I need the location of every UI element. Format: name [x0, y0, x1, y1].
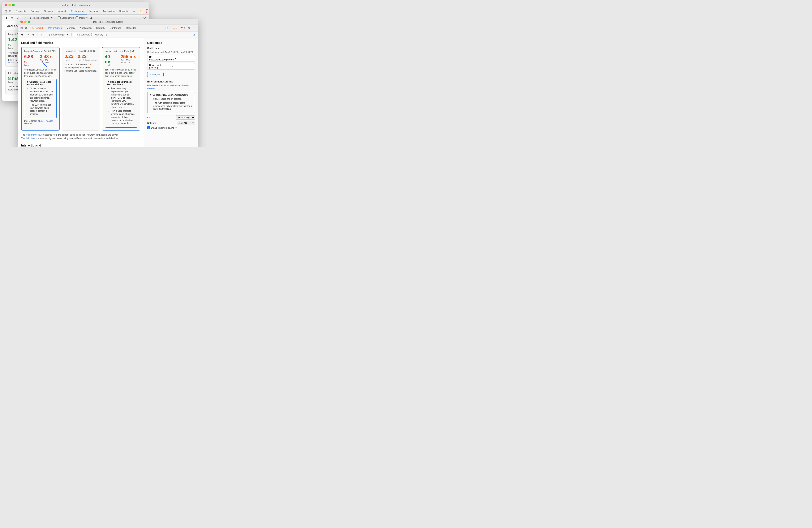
minimize-button[interactable] — [9, 4, 11, 6]
front-lcp-tips-title: ▼ Consider your local test conditions — [26, 81, 54, 86]
front-env-tips-list: 83% of users are on desktop. The 75th pe… — [149, 97, 192, 111]
front-tab-network[interactable]: ⚠Network — [30, 25, 45, 31]
front-cpu-label: CPU: — [147, 116, 153, 119]
error-badge: 🚩 2 — [145, 9, 149, 14]
front-inp-desc: Your local INP value of 40 ms is good, b… — [105, 68, 137, 77]
front-device-dropdown-icon: ▾ — [172, 65, 193, 68]
front-env-settings: Environment settings Use the device tool… — [147, 80, 195, 129]
front-cls-field-label: Field 75th percentile — [77, 59, 97, 61]
front-inp-tip-1: Real users may experience longer interac… — [111, 87, 135, 109]
front-inp-tips-title: ▼ Consider your local test conditions — [107, 81, 135, 86]
front-interactions-icon: ⊘ — [39, 144, 42, 147]
front-lcp-tip-1: Screen size can influence what the LCP e… — [30, 87, 54, 102]
front-inp-title: Interaction to Next Paint (INP) — [105, 50, 137, 53]
front-clear-button[interactable]: ⊘ — [31, 32, 35, 37]
front-device-icon[interactable]: ⧉ — [24, 26, 28, 30]
front-cache-input[interactable] — [147, 126, 150, 129]
front-footer-text: The local metrics are captured from the … — [21, 133, 140, 140]
front-cpu-select[interactable]: No throttling 4x slowdown 6x slowdown — [176, 115, 195, 119]
front-main-left: Local and field metrics Largest Contentf… — [18, 38, 144, 147]
front-inspect-icon[interactable]: ⊡ — [19, 26, 24, 30]
tab-elements[interactable]: Elements — [14, 8, 28, 14]
front-inp-tip-2: How a user interacts with the page influ… — [111, 109, 135, 125]
front-device-value: Device: Auto (Desktop) — [149, 64, 171, 69]
front-cache-help-icon[interactable]: ? — [175, 127, 177, 129]
front-tab-security[interactable]: Security — [94, 25, 107, 31]
front-title-bar: DevTools - fonts.google.com/ — [18, 19, 198, 25]
front-no-recordings-label: (no recordings) — [49, 33, 64, 36]
front-url-select[interactable]: URL: https://fonts.google.com/ ▾ — [147, 55, 195, 62]
front-lcp-local-label: Local — [24, 64, 36, 67]
front-collection-period: Collection period: Aug 27, 2024 - Sep 23… — [147, 51, 195, 53]
front-cls-field-value: 0.22 — [77, 54, 97, 59]
inspect-icon[interactable]: ⊡ — [4, 9, 8, 13]
traffic-lights — [5, 4, 15, 6]
front-cls-values: 0.23 Local 0.22 Field 75th percentile — [64, 54, 97, 61]
device-icon[interactable]: ⧉ — [9, 9, 12, 13]
front-tab-more[interactable]: >> — [163, 26, 170, 30]
front-recording-dropdown[interactable]: ▾ — [66, 32, 69, 37]
front-reload-button[interactable]: ↺ — [26, 32, 30, 37]
front-env-tips: ▼ Consider real user environments 83% of… — [147, 92, 195, 113]
tab-more[interactable]: >> — [130, 9, 137, 14]
front-memory-checkbox[interactable]: Memory — [91, 33, 103, 36]
front-settings-perf-icon[interactable]: ⚙ — [192, 32, 196, 37]
front-more-icon[interactable]: ⋮ — [192, 26, 197, 30]
maximize-button[interactable] — [12, 4, 15, 6]
record-button[interactable]: ⏺ — [4, 16, 9, 20]
tab-network[interactable]: Network — [55, 8, 68, 14]
front-inp-local: 40 ms Local — [105, 54, 116, 67]
tab-application[interactable]: Application — [101, 8, 117, 14]
front-cache-label: Disable network cache — [151, 127, 174, 129]
front-cpu-control: CPU: No throttling 4x slowdown 6x slowdo… — [147, 115, 195, 119]
front-memory-input[interactable] — [91, 33, 94, 36]
front-network-control: Network: Slow 4G Fast 4G No throttling — [147, 121, 195, 125]
front-close-button[interactable] — [20, 20, 23, 23]
front-lcp-local-value: 6.88 s — [24, 54, 36, 64]
front-memory-icon-btn[interactable]: ⊡ — [104, 32, 108, 37]
front-lcp-tips-list: Screen size can influence what the LCP e… — [26, 87, 54, 115]
tab-console[interactable]: Console — [29, 8, 42, 14]
front-lcp-field: 3.48 s Field 75th percentile — [40, 54, 57, 67]
tab-sources[interactable]: Sources — [42, 8, 55, 14]
front-simulate-link[interactable]: simulate different devices — [147, 84, 189, 90]
front-tab-memory[interactable]: Memory — [64, 25, 77, 31]
front-screenshots-checkbox[interactable]: Screenshots — [74, 33, 90, 36]
front-inp-values: 40 ms Local 255 ms Field 75th percentile — [105, 54, 137, 67]
front-upload-button[interactable]: ↑ — [40, 32, 43, 37]
front-screenshots-input[interactable] — [74, 33, 76, 36]
front-section-title: Local and field metrics — [21, 41, 140, 44]
reload-button[interactable]: ↺ — [10, 16, 14, 20]
tab-security[interactable]: Security — [117, 8, 130, 14]
front-tab-lighthouse[interactable]: Lighthouse — [107, 25, 124, 31]
front-tab-recorder[interactable]: Recorder — [124, 25, 138, 31]
front-devtools-tabs: ⊡ ⧉ ⚠Network Performance Memory Applicat… — [18, 25, 198, 31]
front-lcp-tips: ▼ Consider your local test conditions Sc… — [24, 79, 57, 118]
front-lcp-title: Largest Contentful Paint (LCP) — [24, 50, 57, 53]
front-minimize-button[interactable] — [24, 20, 27, 23]
front-maximize-button[interactable] — [28, 20, 30, 23]
front-env-settings-desc: Use the device toolbar to simulate diffe… — [147, 84, 195, 90]
front-record-button[interactable]: ⏺ — [20, 32, 25, 37]
front-local-metrics-link[interactable]: local metrics — [26, 133, 39, 136]
front-configure-btn[interactable]: Configure — [147, 72, 164, 77]
front-lcp-local: 6.88 s Local — [24, 54, 36, 67]
tab-performance[interactable]: Performance — [69, 8, 87, 14]
front-next-steps-title: Next steps — [147, 41, 195, 44]
front-tab-performance[interactable]: Performance — [46, 25, 64, 31]
front-field-data-link[interactable]: field data — [26, 137, 35, 140]
front-cls-title: Cumulative Layout Shift (CLS) — [64, 50, 97, 52]
front-download-button[interactable]: ↓ — [44, 32, 48, 37]
front-settings-icon[interactable]: ⚙ — [187, 26, 191, 30]
front-footer-line2: The field data is measured by real users… — [21, 137, 140, 140]
front-device-select[interactable]: Device: Auto (Desktop) ▾ — [147, 63, 195, 70]
front-network-select[interactable]: Slow 4G Fast 4G No throttling — [177, 121, 195, 125]
front-cls-desc: Your local CLS value of 0.23 needs impro… — [64, 63, 97, 72]
tab-memory[interactable]: Memory — [87, 8, 100, 14]
front-tab-application[interactable]: Application — [78, 25, 94, 31]
front-cache-checkbox[interactable]: Disable network cache ? — [147, 126, 195, 129]
front-lcp-element-link[interactable]: h1.tile__header--title.mai... — [24, 119, 54, 125]
close-button[interactable] — [5, 4, 7, 6]
front-error-badge: 🚩 2 — [179, 27, 186, 29]
front-footer-line1: The local metrics are captured from the … — [21, 133, 140, 137]
